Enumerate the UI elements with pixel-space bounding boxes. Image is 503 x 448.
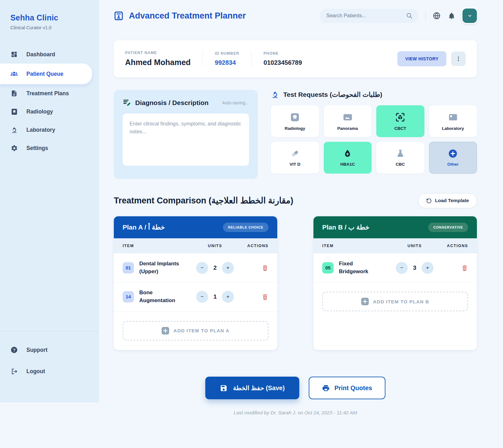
- pill-icon: [290, 149, 300, 158]
- plan-b-title: Plan B / خطة ب: [322, 224, 369, 231]
- brand-version: Clinical Curator v1.0: [10, 25, 91, 30]
- sidebar-item-support[interactable]: ? Support: [10, 341, 99, 359]
- history-icon: [426, 198, 432, 204]
- test-tile-cbc[interactable]: CBC: [376, 142, 424, 174]
- units-value: 3: [412, 264, 417, 271]
- save-plan-button[interactable]: حفظ الخطة (Save): [205, 377, 299, 399]
- add-item-label: ADD ITEM TO PLAN A: [174, 328, 229, 333]
- sidebar-item-label: Logout: [26, 368, 45, 375]
- patient-id-value: 992834: [215, 59, 239, 66]
- kebab-icon: [455, 56, 462, 62]
- printer-icon: [322, 384, 330, 392]
- delete-item-button[interactable]: [262, 293, 268, 300]
- sidebar-item-settings[interactable]: Settings: [0, 139, 99, 157]
- patient-id-field: ID NUMBER 992834: [215, 51, 239, 66]
- page-header: Advanced Treatment Planner: [114, 8, 477, 23]
- sidebar-item-label: Radiology: [26, 108, 53, 115]
- sidebar-item-treatment-plans[interactable]: Treatment Plans: [0, 84, 99, 102]
- decrease-units-button[interactable]: −: [396, 262, 408, 274]
- view-history-button[interactable]: VIEW HISTORY: [397, 51, 446, 66]
- test-tile-panorama[interactable]: Panorama: [324, 105, 372, 137]
- add-item-plan-b-button[interactable]: ADD ITEM TO PLAN B: [322, 292, 468, 311]
- sidebar-item-radiology[interactable]: Radiology: [0, 102, 99, 121]
- load-template-button[interactable]: Load Template: [418, 193, 477, 208]
- decrease-units-button[interactable]: −: [196, 291, 208, 303]
- sidebar-item-dashboard[interactable]: Dashboard: [0, 45, 99, 64]
- increase-units-button[interactable]: +: [222, 291, 234, 303]
- print-quotes-button[interactable]: Print Quotes: [309, 377, 385, 399]
- diagnosis-textarea[interactable]: [123, 113, 249, 166]
- comparison-title: Treatment Comparison (مقارنة الخطط العلا…: [114, 196, 293, 206]
- decrease-units-button[interactable]: −: [196, 262, 208, 274]
- patient-phone-label: PHONE: [263, 51, 302, 56]
- delete-item-button[interactable]: [262, 264, 268, 271]
- patients-icon: [10, 70, 18, 78]
- units-stepper: − 3 +: [391, 262, 438, 274]
- print-quotes-label: Print Quotes: [334, 384, 372, 392]
- sidebar-item-label: Support: [26, 347, 47, 353]
- add-item-label: ADD ITEM TO PLAN B: [373, 299, 429, 304]
- title-wrap: Advanced Treatment Planner: [114, 11, 246, 21]
- field-divider: [202, 51, 203, 67]
- sidebar-nav: Dashboard Patient Queue Treatment Plans …: [0, 45, 99, 157]
- dashboard-icon: [10, 51, 18, 58]
- sidebar-item-label: Laboratory: [26, 127, 55, 133]
- plan-a-header: Plan A / خطة أ RELIABLE CHOICE: [114, 216, 277, 238]
- item-code-badge: 01: [123, 262, 134, 274]
- tooth-xray-icon: [10, 108, 18, 115]
- table-row: 05 Fixed Bridgework − 3 +: [313, 253, 477, 282]
- test-tile-hba1c[interactable]: HBA1C: [324, 142, 372, 174]
- plan-a-column-headers: ITEM UNITS ACTIONS: [114, 238, 277, 253]
- tile-label: VIT D: [290, 162, 301, 167]
- test-tile-vit-d[interactable]: VIT D: [271, 142, 319, 174]
- test-tile-radiology[interactable]: Radiology: [271, 105, 319, 137]
- document-icon: [10, 90, 18, 97]
- search-icon[interactable]: [406, 12, 413, 19]
- notifications-bell-icon[interactable]: [448, 12, 456, 20]
- patient-more-menu-button[interactable]: [451, 52, 466, 66]
- panorama-image-icon: [342, 112, 353, 123]
- plan-b-header: Plan B / خطة ب CONSERVATIVE: [313, 216, 477, 238]
- sidebar-item-laboratory[interactable]: Laboratory: [0, 121, 99, 139]
- test-tile-laboratory[interactable]: Laboratory: [429, 105, 477, 137]
- chevron-down-icon: [467, 14, 472, 18]
- sidebar-item-logout[interactable]: Logout: [10, 362, 99, 380]
- sidebar-item-label: Treatment Plans: [26, 90, 69, 97]
- language-globe-icon[interactable]: [433, 12, 441, 20]
- search-input[interactable]: [326, 13, 406, 19]
- tile-label: Panorama: [337, 126, 358, 131]
- test-tile-other[interactable]: Other: [429, 142, 477, 174]
- increase-units-button[interactable]: +: [422, 262, 434, 274]
- add-item-plan-a-button[interactable]: ADD ITEM TO PLAN A: [123, 321, 268, 340]
- main-content: Advanced Treatment Planner: [99, 0, 503, 416]
- gear-icon: [10, 144, 18, 152]
- comparison-header: Treatment Comparison (مقارنة الخطط العلا…: [114, 193, 477, 208]
- bottom-actions: حفظ الخطة (Save) Print Quotes: [114, 377, 477, 399]
- user-avatar[interactable]: [462, 8, 477, 23]
- field-divider: [251, 51, 252, 67]
- tile-label: Laboratory: [442, 126, 464, 131]
- table-row: 14 Bone Augmentation − 1 +: [114, 282, 277, 311]
- svg-text:?: ?: [13, 348, 15, 352]
- units-value: 1: [213, 293, 217, 300]
- column-actions: ACTIONS: [438, 244, 468, 248]
- plus-square-icon: [361, 298, 369, 305]
- item-name: Dental Implants (Upper): [139, 260, 183, 275]
- delete-item-button[interactable]: [461, 264, 468, 271]
- tooth-xray-icon: [290, 112, 300, 123]
- increase-units-button[interactable]: +: [222, 262, 234, 274]
- autosave-status: Auto-saving...: [222, 100, 249, 105]
- test-tile-cbct[interactable]: CBCT: [376, 105, 424, 137]
- sidebar-item-label: Settings: [26, 145, 48, 152]
- tile-label: Other: [447, 162, 459, 167]
- tile-label: CBCT: [395, 126, 406, 131]
- test-tiles-grid: Radiology Panorama CBCT: [271, 105, 477, 174]
- plan-a-card: Plan A / خطة أ RELIABLE CHOICE ITEM UNIT…: [114, 216, 277, 350]
- save-icon: [220, 384, 228, 392]
- sidebar-item-patient-queue[interactable]: Patient Queue: [0, 64, 92, 84]
- sidebar-item-label: Dashboard: [26, 51, 55, 58]
- item-name: Fixed Bridgework: [339, 260, 383, 275]
- tile-label: CBC: [396, 162, 405, 167]
- flask-icon: [395, 149, 405, 158]
- cube-scan-icon: [395, 112, 406, 123]
